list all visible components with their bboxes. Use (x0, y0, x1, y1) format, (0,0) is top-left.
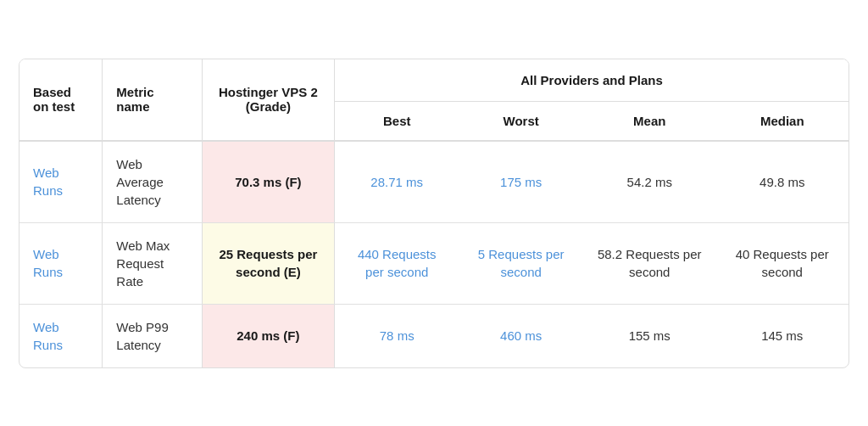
worst-header: Worst (459, 101, 583, 141)
hostinger-header: Hostinger VPS 2 (Grade) (202, 59, 334, 141)
table-row: Web RunsWeb P99 Latency240 ms (F)78 ms46… (19, 304, 849, 367)
best-value-cell[interactable]: 28.71 ms (335, 141, 459, 223)
based-on-test-cell[interactable]: Web Runs (19, 222, 103, 304)
worst-value-cell[interactable]: 460 ms (459, 304, 583, 367)
table-row: Web RunsWeb Average Latency70.3 ms (F)28… (19, 141, 849, 223)
best-value-cell[interactable]: 78 ms (335, 304, 459, 367)
main-header-row: Based on test Metric name Hostinger VPS … (19, 59, 849, 102)
median-value-cell: 145 ms (715, 304, 849, 367)
metric-name-header: Metric name (103, 59, 202, 141)
metric-name-cell: Web Max Request Rate (103, 222, 202, 304)
mean-header: Mean (583, 101, 715, 141)
best-value-cell[interactable]: 440 Requests per second (335, 222, 459, 304)
mean-value-cell: 58.2 Requests per second (583, 222, 715, 304)
all-providers-header: All Providers and Plans (335, 59, 849, 102)
metric-name-cell: Web Average Latency (103, 141, 202, 223)
median-header: Median (715, 101, 849, 141)
median-value-cell: 49.8 ms (715, 141, 849, 223)
best-header: Best (335, 101, 459, 141)
table-row: Web RunsWeb Max Request Rate25 Requests … (19, 222, 849, 304)
metric-name-cell: Web P99 Latency (103, 304, 202, 367)
hostinger-value-cell: 25 Requests per second (E) (202, 222, 334, 304)
median-value-cell: 40 Requests per second (715, 222, 849, 304)
based-on-test-cell[interactable]: Web Runs (19, 304, 103, 367)
worst-value-cell[interactable]: 5 Requests per second (459, 222, 583, 304)
mean-value-cell: 155 ms (583, 304, 715, 367)
mean-value-cell: 54.2 ms (583, 141, 715, 223)
worst-value-cell[interactable]: 175 ms (459, 141, 583, 223)
hostinger-value-cell: 240 ms (F) (202, 304, 334, 367)
based-on-test-header: Based on test (19, 59, 103, 141)
comparison-table: Based on test Metric name Hostinger VPS … (19, 59, 849, 368)
table-body: Web RunsWeb Average Latency70.3 ms (F)28… (19, 141, 849, 367)
hostinger-value-cell: 70.3 ms (F) (202, 141, 334, 223)
based-on-test-cell[interactable]: Web Runs (19, 141, 103, 223)
